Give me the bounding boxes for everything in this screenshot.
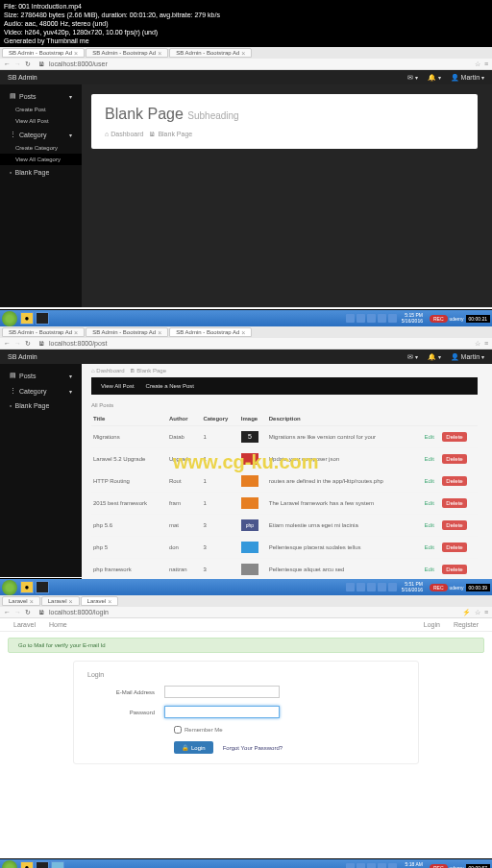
close-icon[interactable]: ×: [74, 50, 78, 57]
edit-link[interactable]: Edit: [425, 478, 434, 484]
browser-tab[interactable]: SB Admin - Bootstrap Ad×: [86, 327, 168, 337]
tray-icon[interactable]: [367, 863, 376, 868]
close-icon[interactable]: ×: [241, 50, 245, 57]
browser-tab[interactable]: Laravel×: [41, 596, 80, 606]
crumb-dash[interactable]: ⌂ Dashboard: [91, 368, 125, 374]
sidebar-sub-create-post[interactable]: Create Post: [0, 104, 82, 115]
tray-icon[interactable]: [378, 863, 386, 868]
browser-tab[interactable]: SB Admin - Bootstrap Ad×: [2, 48, 85, 58]
tray-icon[interactable]: [346, 314, 355, 323]
brand[interactable]: Laravel: [13, 621, 36, 628]
tray-icon[interactable]: [357, 583, 365, 591]
create-new-post[interactable]: Create a New Post: [146, 383, 194, 389]
delete-button[interactable]: Delete: [442, 476, 466, 486]
start-button[interactable]: [2, 580, 17, 595]
delete-button[interactable]: Delete: [442, 498, 466, 508]
reload-icon[interactable]: ↻: [25, 609, 31, 616]
forgot-password-link[interactable]: Forgot Your Password?: [223, 745, 283, 751]
tray-icon[interactable]: [378, 314, 386, 323]
clock[interactable]: 5:15 PM5/16/2016: [399, 313, 426, 324]
edit-link[interactable]: Edit: [425, 500, 434, 506]
sidebar-sub-view-cat[interactable]: View All Category: [0, 154, 82, 165]
browser-tab[interactable]: SB Admin - Bootstrap Ad×: [169, 327, 252, 337]
url-input[interactable]: localhost:8000/login: [49, 609, 458, 615]
browser-tab[interactable]: Laravel×: [81, 596, 119, 606]
sidebar-item-posts[interactable]: ▤ Posts ▾: [0, 88, 82, 104]
browser-tab[interactable]: SB Admin - Bootstrap Ad×: [169, 48, 252, 58]
mail-icon[interactable]: ✉ ▾: [407, 353, 418, 361]
sidebar-item-category[interactable]: ⋮ Category ▾: [0, 383, 82, 398]
ext-icon[interactable]: ⚡: [462, 609, 471, 616]
edit-link[interactable]: Edit: [425, 544, 434, 550]
nav-home[interactable]: Home: [49, 621, 67, 628]
tray-icon[interactable]: [367, 583, 376, 591]
menu-icon[interactable]: ≡: [484, 60, 488, 68]
reload-icon[interactable]: ↻: [25, 60, 31, 68]
close-icon[interactable]: ×: [241, 329, 245, 336]
taskbar-terminal[interactable]: [36, 861, 49, 868]
mail-icon[interactable]: ✉ ▾: [407, 74, 418, 82]
view-all-posts[interactable]: View All Post: [101, 383, 135, 389]
menu-icon[interactable]: ≡: [484, 609, 488, 616]
email-field[interactable]: [164, 686, 280, 698]
close-icon[interactable]: ×: [108, 598, 111, 605]
taskbar-chrome[interactable]: ●: [20, 581, 34, 593]
delete-button[interactable]: Delete: [442, 542, 466, 552]
delete-button[interactable]: Delete: [442, 454, 466, 464]
close-icon[interactable]: ×: [158, 50, 161, 57]
tray-icon[interactable]: [388, 863, 397, 868]
star-icon[interactable]: ☆: [475, 60, 480, 68]
forward-icon[interactable]: →: [14, 609, 21, 616]
delete-button[interactable]: Delete: [442, 565, 466, 574]
taskbar-terminal[interactable]: [36, 312, 49, 325]
password-field[interactable]: [164, 706, 280, 718]
user-menu[interactable]: 👤 Martin ▾: [451, 353, 484, 361]
clock[interactable]: 5:51 PM5/16/2016: [399, 582, 426, 592]
close-icon[interactable]: ×: [68, 598, 72, 605]
sidebar-sub-create-cat[interactable]: Create Category: [0, 142, 82, 154]
forward-icon[interactable]: →: [14, 340, 21, 348]
tray-icon[interactable]: [346, 863, 355, 868]
edit-link[interactable]: Edit: [425, 434, 434, 440]
tray-icon[interactable]: [378, 583, 386, 591]
clock[interactable]: 5:18 AM5/18/2016: [399, 862, 426, 868]
nav-register[interactable]: Register: [454, 621, 479, 628]
url-input[interactable]: localhost:8000/post: [49, 340, 471, 347]
star-icon[interactable]: ☆: [475, 340, 480, 348]
sidebar-item-posts[interactable]: ▤ Posts ▾: [0, 368, 82, 383]
browser-tab[interactable]: SB Admin - Bootstrap Ad×: [2, 327, 85, 337]
close-icon[interactable]: ×: [158, 329, 161, 336]
reload-icon[interactable]: ↻: [25, 340, 31, 348]
sidebar-item-category[interactable]: ⋮ Category ▾: [0, 127, 82, 142]
edit-link[interactable]: Edit: [425, 522, 434, 528]
back-icon[interactable]: ←: [4, 609, 11, 616]
delete-button[interactable]: Delete: [442, 520, 466, 530]
edit-link[interactable]: Edit: [425, 567, 434, 572]
sidebar-sub-view-post[interactable]: View All Post: [0, 115, 82, 127]
brand[interactable]: SB Admin: [8, 353, 37, 360]
remember-checkbox[interactable]: [174, 726, 182, 734]
taskbar-chrome[interactable]: ●: [20, 861, 34, 868]
tray-icon[interactable]: [388, 583, 397, 591]
close-icon[interactable]: ×: [30, 598, 34, 605]
taskbar-app[interactable]: [51, 861, 64, 868]
tray-icon[interactable]: [346, 583, 355, 591]
crumb-dash[interactable]: ⌂ Dashboard: [105, 131, 143, 137]
tray-icon[interactable]: [357, 314, 365, 323]
back-icon[interactable]: ←: [4, 60, 11, 68]
star-icon[interactable]: ☆: [475, 609, 480, 616]
browser-tab[interactable]: SB Admin - Bootstrap Ad×: [86, 48, 168, 58]
url-input[interactable]: localhost:8000/user: [49, 60, 471, 67]
forward-icon[interactable]: →: [14, 60, 21, 68]
user-menu[interactable]: 👤 Martin ▾: [451, 74, 484, 82]
tray-icon[interactable]: [367, 314, 376, 323]
taskbar-chrome[interactable]: ●: [20, 312, 34, 325]
nav-login[interactable]: Login: [424, 621, 440, 628]
sidebar-item-blank[interactable]: ▫ Blank Page: [0, 165, 82, 180]
close-icon[interactable]: ×: [74, 329, 78, 336]
menu-icon[interactable]: ≡: [484, 340, 488, 348]
delete-button[interactable]: Delete: [442, 432, 466, 442]
start-button[interactable]: [2, 311, 17, 326]
brand[interactable]: SB Admin: [8, 74, 37, 81]
taskbar-terminal[interactable]: [36, 581, 49, 593]
